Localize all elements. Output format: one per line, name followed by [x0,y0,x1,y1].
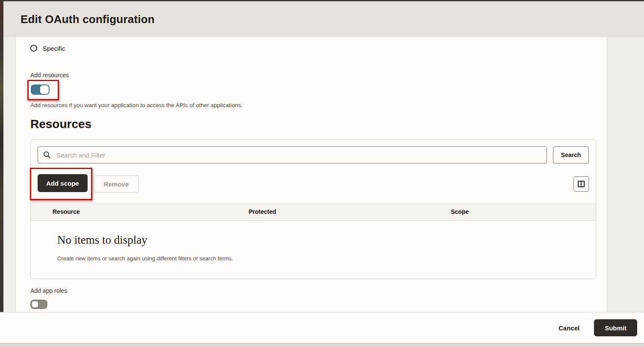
empty-state-title: No items to display [57,233,589,247]
search-input[interactable] [56,151,541,159]
table-actions-row: Add scope Remove [38,168,589,200]
add-resources-highlight-box [27,80,59,100]
add-resources-label: Add resources [30,72,607,79]
add-scope-button[interactable]: Add scope [38,174,88,192]
search-button[interactable]: Search [553,146,589,163]
submit-button[interactable]: Submit [594,319,637,336]
window-top-edge [0,0,644,1]
column-header-resource: Resource [53,203,80,221]
add-resources-toggle[interactable] [31,85,50,95]
background-page-edge [0,1,3,312]
add-scope-highlight-box: Add scope [30,168,92,200]
add-app-roles-toggle[interactable] [30,300,47,309]
page-title: Edit OAuth configuration [21,13,155,26]
drawer-body: Specific Add resources Add resources if … [0,37,644,312]
window-bottom-edge [0,343,644,347]
resources-table-header: Resource Protected Scope [31,203,596,221]
search-icon [43,151,51,159]
resources-table-empty-state: No items to display Create new items or … [38,221,589,279]
left-gutter [3,37,16,312]
cancel-button[interactable]: Cancel [559,324,579,332]
remove-button[interactable]: Remove [94,175,138,192]
columns-icon [577,180,585,188]
search-box[interactable] [38,146,547,163]
manage-columns-button[interactable] [573,176,589,192]
radio-label: Specific [43,45,65,52]
right-gutter [607,37,644,312]
add-app-roles-label: Add app roles [30,287,607,294]
drawer-header: Edit OAuth configuration [0,1,644,37]
radio-option-specific[interactable]: Specific [30,44,607,52]
form-content: Specific Add resources Add resources if … [16,37,607,312]
dialog-footer: Cancel Submit [0,312,644,343]
resources-heading: Resources [30,117,607,131]
add-resources-help: Add resources if you want your applicati… [30,102,607,108]
resources-panel: Search Add scope Remove Resour [30,139,596,279]
column-header-protected: Protected [249,203,276,221]
column-header-scope: Scope [451,203,469,221]
search-row: Search [38,146,589,163]
toggle-knob [40,85,49,94]
radio-icon[interactable] [30,45,37,52]
empty-state-message: Create new items or search again using d… [57,255,589,262]
toggle-knob [31,300,39,308]
